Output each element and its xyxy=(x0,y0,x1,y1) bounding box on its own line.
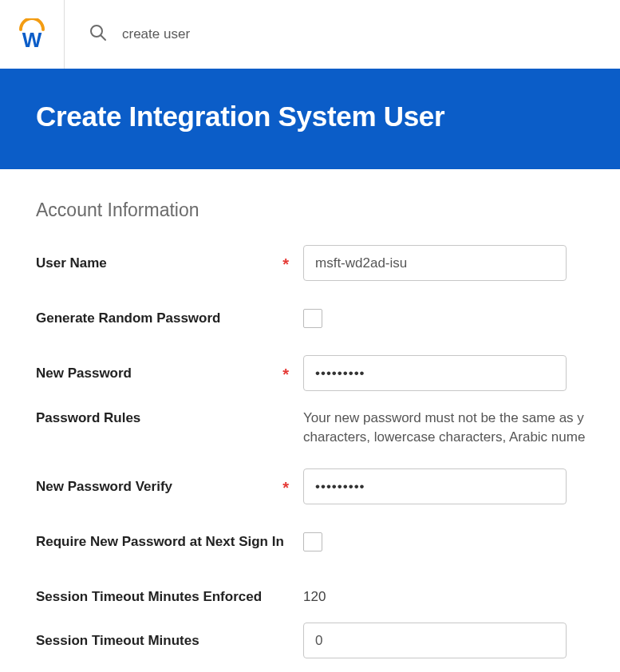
app-header: W create user xyxy=(0,0,620,69)
require-new-password-row: Require New Password at Next Sign In xyxy=(36,524,620,559)
svg-text:W: W xyxy=(22,28,42,50)
workday-logo[interactable]: W xyxy=(16,18,48,50)
svg-line-2 xyxy=(101,35,105,40)
password-rules-text: Your new password must not be the same a… xyxy=(303,410,606,445)
section-heading: Account Information xyxy=(36,200,620,221)
username-row: User Name * xyxy=(36,245,620,281)
require-new-password-checkbox[interactable] xyxy=(303,532,322,551)
require-new-password-label: Require New Password at Next Sign In xyxy=(36,534,303,550)
generate-random-row: Generate Random Password xyxy=(36,300,620,336)
search-icon xyxy=(89,23,108,45)
timeout-minutes-row: Session Timeout Minutes xyxy=(36,623,620,658)
page-banner: Create Integration System User xyxy=(0,69,620,169)
generate-random-checkbox[interactable] xyxy=(303,309,322,328)
search-bar[interactable]: create user xyxy=(89,23,190,45)
timeout-enforced-label: Session Timeout Minutes Enforced xyxy=(36,589,303,605)
new-password-input[interactable] xyxy=(303,355,567,391)
timeout-enforced-value: 120 xyxy=(303,589,326,605)
required-asterisk-icon: * xyxy=(282,255,289,274)
verify-password-row: New Password Verify * xyxy=(36,468,620,504)
timeout-enforced-row: Session Timeout Minutes Enforced 120 xyxy=(36,579,620,615)
username-label: User Name * xyxy=(36,255,303,271)
verify-password-input[interactable] xyxy=(303,468,567,504)
password-rules-label: Password Rules xyxy=(36,410,303,426)
header-divider xyxy=(64,0,65,69)
password-rules-row: Password Rules Your new password must no… xyxy=(36,410,620,446)
timeout-minutes-label: Session Timeout Minutes xyxy=(36,633,303,649)
search-input-text[interactable]: create user xyxy=(122,26,190,42)
required-asterisk-icon: * xyxy=(282,479,289,497)
username-input[interactable] xyxy=(303,245,567,281)
required-asterisk-icon: * xyxy=(282,366,289,384)
timeout-minutes-input[interactable] xyxy=(303,623,567,658)
verify-password-label: New Password Verify * xyxy=(36,479,303,495)
page-title: Create Integration System User xyxy=(36,101,584,132)
generate-random-label: Generate Random Password xyxy=(36,310,303,326)
form-content: Account Information User Name * Generate… xyxy=(0,169,620,672)
new-password-label: New Password * xyxy=(36,366,303,381)
new-password-row: New Password * xyxy=(36,355,620,391)
